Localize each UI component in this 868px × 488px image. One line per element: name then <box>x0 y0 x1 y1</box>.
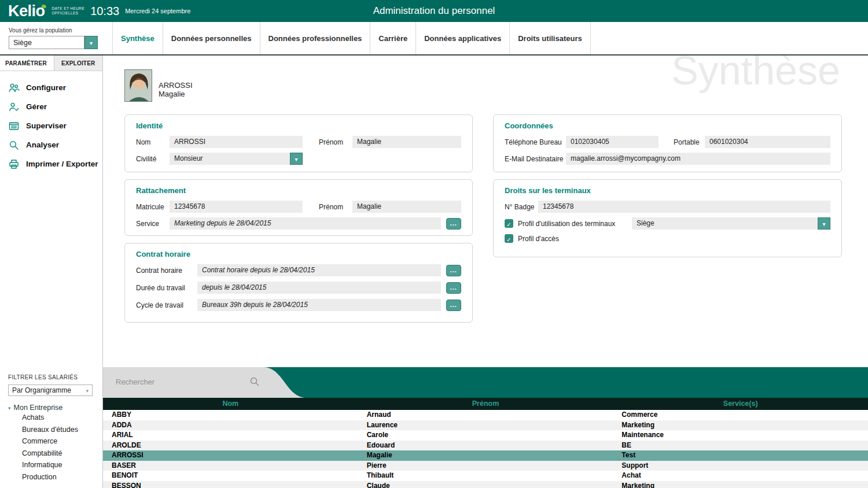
portable-label: Portable <box>674 138 705 146</box>
clock-date: Mercredi 24 septembre <box>125 8 190 14</box>
matricule-label: Matricule <box>136 203 170 211</box>
tree-root-label: Mon Entreprise <box>14 404 63 412</box>
tab-row: Vous gérez la population Siège Synthèse … <box>0 22 868 56</box>
header-cell-services[interactable]: Service(s) <box>613 398 868 410</box>
sidebar-item-label: Imprimer / Exporter <box>26 160 98 168</box>
tree-item-comptabilite[interactable]: Comptabilité <box>8 448 94 460</box>
duree-travail-input[interactable]: depuis le 28/04/2015 <box>197 282 441 294</box>
search-input[interactable]: Rechercher <box>116 378 155 386</box>
tree-item-informatique[interactable]: Informatique <box>8 459 94 471</box>
check-icon <box>506 234 511 244</box>
kelio-logo: Kelio <box>8 3 45 19</box>
population-dropdown-button[interactable] <box>84 36 98 49</box>
profil-terminaux-value[interactable]: Siège <box>632 217 818 230</box>
service-input[interactable]: Marketing depuis le 28/04/2015 <box>170 217 441 230</box>
sidebar-menu: Configurer Gérer Superviser <box>0 71 102 173</box>
assignment-card: Rattachement Matricule 12345678 Prénom M… <box>124 179 473 236</box>
tree-item-achats[interactable]: Achats <box>8 412 94 424</box>
sidebar-item-imprimer-exporter[interactable]: Imprimer / Exporter <box>0 154 102 173</box>
cell-nom: ARIAL <box>103 430 358 441</box>
cycle-travail-input[interactable]: Bureaux 39h depuis le 28/04/2015 <box>197 299 441 311</box>
sidebar-item-analyser[interactable]: Analyser <box>0 135 102 154</box>
identity-card: Identité Nom ARROSSI Prénom Magalie Civi… <box>124 114 473 172</box>
cell-nom: ARROSSI <box>103 450 358 461</box>
email-input[interactable]: magalie.arrossi@mycompagny.com <box>566 153 830 165</box>
population-label: Vous gérez la population <box>9 27 103 34</box>
printer-icon <box>8 158 20 170</box>
prenom-input[interactable]: Magalie <box>352 136 461 148</box>
tab-exploiter[interactable]: EXPLOITER <box>54 56 103 71</box>
sidebar-item-label: Gérer <box>26 102 47 111</box>
contact-card-title: Coordonnées <box>505 121 830 130</box>
sidebar-item-label: Configurer <box>26 83 66 92</box>
portable-input[interactable]: 0601020304 <box>705 136 830 148</box>
population-value[interactable]: Siège <box>9 36 84 49</box>
duree-travail-label: Durée du travail <box>136 284 197 292</box>
tree-item-bureaux-detudes[interactable]: Bureaux d'études <box>8 424 94 436</box>
search-strip: Rechercher <box>103 367 868 398</box>
table-row-selected[interactable]: ARROSSI Magalie Test <box>103 450 868 461</box>
tree-item-production[interactable]: Production <box>8 471 94 483</box>
tab-donnees-professionnelles[interactable]: Données professionnelles <box>260 22 371 54</box>
table-row[interactable]: AROLDE Edouard BE <box>103 441 868 451</box>
matricule-input[interactable]: 12345678 <box>170 201 303 213</box>
sidebar-item-configurer[interactable]: Configurer <box>0 78 102 97</box>
telephone-bureau-input[interactable]: 0102030405 <box>566 136 659 148</box>
filter-mode-select[interactable]: Par Organigramme <box>8 385 93 396</box>
assignment-card-title: Rattachement <box>136 186 461 195</box>
table-row[interactable]: BESSON Claude Marketing <box>103 481 868 488</box>
civilite-dropdown-button[interactable] <box>290 153 303 165</box>
nom-input[interactable]: ARROSSI <box>170 136 303 148</box>
sidebar-item-superviser[interactable]: Superviser <box>0 116 102 135</box>
badge-input[interactable]: 12345678 <box>538 201 830 213</box>
header-cell-prenom[interactable]: Prénom <box>358 398 613 410</box>
profil-terminaux-checkbox[interactable] <box>505 219 513 228</box>
rattachement-prenom-input[interactable]: Magalie <box>352 201 461 213</box>
table-row[interactable]: BASER Pierre Support <box>103 461 868 471</box>
population-selector: Vous gérez la population Siège <box>0 22 103 54</box>
profil-terminaux-select: Siège <box>632 217 830 230</box>
civilite-value[interactable]: Monsieur <box>170 153 290 165</box>
tab-droits-utilisateurs[interactable]: Droits utilisateurs <box>510 22 591 54</box>
profil-terminaux-dropdown-button[interactable] <box>818 217 830 230</box>
tab-synthese[interactable]: Synthèse <box>112 22 163 54</box>
header-cell-nom[interactable]: Nom <box>103 398 358 410</box>
cell-nom: AROLDE <box>103 441 358 451</box>
sidebar: PARAMÉTRER EXPLOITER Configurer Gérer <box>0 56 103 488</box>
tab-carriere[interactable]: Carrière <box>370 22 416 54</box>
cell-service: Test <box>613 450 868 461</box>
table-row[interactable]: ADDA Laurence Marketing <box>103 420 868 431</box>
contrat-horaire-more-button[interactable] <box>446 265 461 276</box>
sidebar-item-label: Analyser <box>26 141 59 149</box>
cell-service: Commerce <box>613 410 868 420</box>
tab-donnees-applicatives[interactable]: Données applicatives <box>416 22 510 54</box>
profil-acces-checkbox[interactable] <box>505 234 513 243</box>
search-icon[interactable] <box>249 376 260 387</box>
tab-parametrer[interactable]: PARAMÉTRER <box>0 56 54 71</box>
table-row[interactable]: ABBY Arnaud Commerce <box>103 410 868 420</box>
rattachement-prenom-label: Prénom <box>319 203 352 211</box>
tab-donnees-personnelles[interactable]: Données personnelles <box>163 22 260 54</box>
tree-root-mon-entreprise[interactable]: Mon Entreprise <box>8 404 94 412</box>
official-datetime-label: DATE ET HEURE OFFICIELLES <box>52 6 85 16</box>
cell-prenom: Pierre <box>358 461 613 471</box>
duree-travail-more-button[interactable] <box>446 282 461 294</box>
employee-list-section: Rechercher Nom Prénom Service(s) ABBY Ar… <box>103 367 868 488</box>
ellipsis-icon <box>450 301 457 309</box>
work-contract-card-title: Contrat horaire <box>136 250 461 258</box>
cycle-travail-more-button[interactable] <box>446 300 461 311</box>
employee-header: ARROSSI Magalie <box>124 69 193 102</box>
user-check-icon <box>8 101 20 113</box>
sidebar-item-gerer[interactable]: Gérer <box>0 97 102 116</box>
service-more-button[interactable] <box>446 218 461 230</box>
tree-expand-icon[interactable] <box>8 404 11 412</box>
filter-mode-value: Par Organigramme <box>12 386 71 394</box>
table-row[interactable]: ARIAL Carole Maintenance <box>103 430 868 441</box>
employee-table-header: Nom Prénom Service(s) <box>103 398 868 410</box>
cycle-travail-label: Cycle de travail <box>136 301 197 309</box>
table-row[interactable]: BENOIT Thibault Achat <box>103 471 868 481</box>
tree-item-commerce[interactable]: Commerce <box>8 435 94 448</box>
main-content: Synthèse ARROSSI Magalie <box>103 56 868 488</box>
contrat-horaire-input[interactable]: Contrat horaire depuis le 28/04/2015 <box>197 264 441 276</box>
cell-prenom: Magalie <box>358 450 613 461</box>
